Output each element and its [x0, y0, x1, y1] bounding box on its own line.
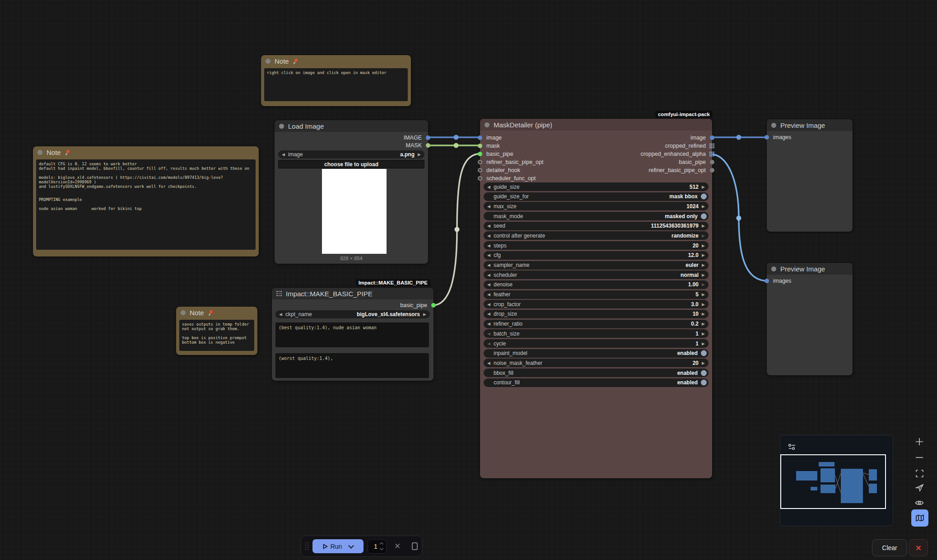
- images-slot-icon[interactable]: [765, 279, 769, 283]
- decrement-arrow-icon[interactable]: ◀: [487, 204, 490, 209]
- widget-cfg[interactable]: ◀▶cfg12.0: [484, 251, 709, 260]
- decrement-arrow-icon[interactable]: ◀: [487, 341, 490, 346]
- widget-contour_fill[interactable]: contour_fillenabled: [484, 378, 709, 387]
- increment-arrow-icon[interactable]: ▶: [702, 292, 705, 297]
- increment-arrow-icon[interactable]: ▶: [702, 224, 705, 228]
- cropped_enhanced_alpha-slot-icon[interactable]: [709, 152, 714, 157]
- decrement-arrow-icon[interactable]: ◀: [487, 233, 490, 238]
- widget-batch_size[interactable]: ◀▶batch_size1: [484, 329, 709, 338]
- toggle-knob-icon[interactable]: [701, 370, 707, 376]
- increment-arrow-icon[interactable]: ▶: [702, 263, 705, 267]
- run-button[interactable]: Run: [312, 539, 364, 553]
- note-text-left[interactable]: default CFG is 8. 12 seems to work bette…: [36, 159, 256, 250]
- toggle-knob-icon[interactable]: [701, 194, 707, 200]
- minimap[interactable]: [780, 435, 893, 526]
- widget-inpaint_model[interactable]: inpaint_modelenabled: [484, 349, 709, 358]
- note-text-top[interactable]: right click on image and click open in m…: [264, 68, 408, 101]
- eye-icon[interactable]: [911, 495, 928, 510]
- preview-image-2-header[interactable]: Preview Image: [767, 263, 853, 275]
- cancel-x-icon[interactable]: ✕: [394, 541, 401, 551]
- zoom-in-button[interactable]: [911, 434, 928, 449]
- drag-handle-icon[interactable]: [305, 542, 308, 550]
- make-basic-pipe-header[interactable]: Impact::MAKE_BASIC_PIPE: [272, 288, 434, 299]
- MASK-slot-icon[interactable]: [426, 143, 430, 148]
- widget-feather[interactable]: ◀▶feather5: [484, 290, 709, 299]
- decrement-arrow-icon[interactable]: ◀: [487, 263, 490, 267]
- close-button[interactable]: ✕: [909, 539, 928, 556]
- basic_pipe-slot-icon[interactable]: [431, 303, 436, 308]
- clear-button[interactable]: Clear: [872, 539, 907, 556]
- image-combo-widget[interactable]: ◀ image a.png ▶: [278, 150, 424, 159]
- increment-arrow-icon[interactable]: ▶: [702, 253, 705, 257]
- widget-refiner_ratio[interactable]: ◀▶refiner_ratio0.2: [484, 320, 709, 328]
- basic_pipe-slot-icon[interactable]: [710, 160, 714, 164]
- toggle-knob-icon[interactable]: [701, 350, 707, 356]
- node-canvas[interactable]: Note right click on image and click open…: [0, 0, 937, 560]
- widget-mask_mode[interactable]: mask_modemasked only: [484, 212, 709, 220]
- fit-view-button[interactable]: [911, 466, 928, 481]
- decrement-arrow-icon[interactable]: ◀: [487, 273, 490, 277]
- image-preview[interactable]: [322, 169, 387, 254]
- decrement-arrow-icon[interactable]: ◀: [487, 243, 490, 248]
- decrement-arrow-icon[interactable]: ◀: [487, 302, 490, 307]
- widget-max_size[interactable]: ◀▶max_size1024: [484, 202, 709, 210]
- widget-sampler_name[interactable]: ◀▶sampler_nameeuler: [484, 261, 709, 270]
- image-slot-icon[interactable]: [478, 135, 482, 140]
- preview-image-1-header[interactable]: Preview Image: [767, 119, 853, 131]
- increment-arrow-icon[interactable]: ▶: [702, 273, 705, 277]
- widget-crop_factor[interactable]: ◀▶crop_factor3.0: [484, 300, 709, 308]
- refiner_basic_pipe_opt-slot-icon[interactable]: [478, 160, 482, 164]
- widget-guide_size[interactable]: ◀▶guide_size512: [484, 182, 709, 191]
- increment-arrow-icon[interactable]: ▶: [702, 312, 705, 316]
- load-image-header[interactable]: Load Image: [275, 120, 428, 132]
- decrement-arrow-icon[interactable]: ◀: [487, 224, 490, 228]
- maskdetailer-header[interactable]: MaskDetailer (pipe): [480, 119, 712, 131]
- choose-file-button[interactable]: choose file to upload: [278, 160, 424, 168]
- positive-prompt-textarea[interactable]: (best quality:1.4), nude asian woman: [275, 322, 429, 347]
- reroute-dot[interactable]: [454, 143, 459, 148]
- decrement-arrow-icon[interactable]: ◀: [487, 331, 490, 336]
- note-node-left-header[interactable]: Note: [33, 146, 259, 158]
- refiner_basic_pipe_opt-slot-icon[interactable]: [710, 168, 714, 173]
- widget-guide_size_for[interactable]: guide_size_formask bbox: [484, 192, 709, 201]
- note-text-small[interactable]: saves outputs in temp folder not output …: [179, 320, 254, 351]
- decrement-arrow-icon[interactable]: ◀: [487, 312, 490, 316]
- prev-arrow-icon[interactable]: ◀: [279, 312, 282, 317]
- next-arrow-icon[interactable]: ▶: [418, 152, 421, 157]
- increment-arrow-icon[interactable]: ▶: [702, 233, 705, 238]
- pointer-icon[interactable]: [911, 480, 928, 495]
- decrement-arrow-icon[interactable]: ◀: [487, 361, 490, 365]
- scheduler_func_opt-slot-icon[interactable]: [478, 176, 482, 181]
- widget-control-after-generate[interactable]: ◀▶control after generaterandomize: [484, 231, 709, 240]
- widget-steps[interactable]: ◀▶steps20: [484, 241, 709, 250]
- widget-drop_size[interactable]: ◀▶drop_size10: [484, 310, 709, 318]
- reroute-dot[interactable]: [455, 227, 460, 232]
- mask-slot-icon[interactable]: [478, 144, 482, 148]
- image-slot-icon[interactable]: [710, 135, 714, 140]
- increment-arrow-icon[interactable]: ▶: [702, 204, 705, 209]
- increment-arrow-icon[interactable]: ▶: [702, 282, 705, 287]
- ckpt-name-widget[interactable]: ◀ ckpt_name bigLove_xl4.safetensors ▶: [275, 310, 430, 318]
- zoom-out-button[interactable]: [911, 450, 928, 465]
- collapse-dot-icon[interactable]: [181, 310, 186, 315]
- toggle-knob-icon[interactable]: [701, 380, 707, 386]
- increment-arrow-icon[interactable]: ▶: [702, 185, 705, 189]
- decrement-arrow-icon[interactable]: ◀: [487, 322, 490, 326]
- grid-handle-icon[interactable]: [276, 291, 282, 296]
- stop-icon[interactable]: [412, 542, 418, 550]
- widget-bbox_fill[interactable]: bbox_fillenabled: [484, 369, 709, 377]
- basic_pipe-slot-icon[interactable]: [478, 152, 482, 156]
- decrement-arrow-icon[interactable]: ◀: [487, 282, 490, 287]
- negative-prompt-textarea[interactable]: (worst quality:1.4),: [275, 353, 429, 378]
- toggle-knob-icon[interactable]: [701, 213, 707, 219]
- widget-seed[interactable]: ◀▶seed1112543630361979: [484, 222, 709, 230]
- increment-arrow-icon[interactable]: ▶: [702, 243, 705, 248]
- collapse-dot-icon[interactable]: [771, 266, 776, 271]
- decrement-arrow-icon[interactable]: ◀: [487, 185, 490, 189]
- decrement-arrow-icon[interactable]: ◀: [487, 292, 490, 297]
- increment-arrow-icon[interactable]: ▶: [702, 361, 705, 365]
- widget-denoise[interactable]: ◀▶denoise1.00: [484, 280, 709, 289]
- note-node-top-header[interactable]: Note: [261, 55, 411, 67]
- note-node-small-header[interactable]: Note: [176, 307, 257, 318]
- chevron-down-icon[interactable]: [348, 543, 354, 549]
